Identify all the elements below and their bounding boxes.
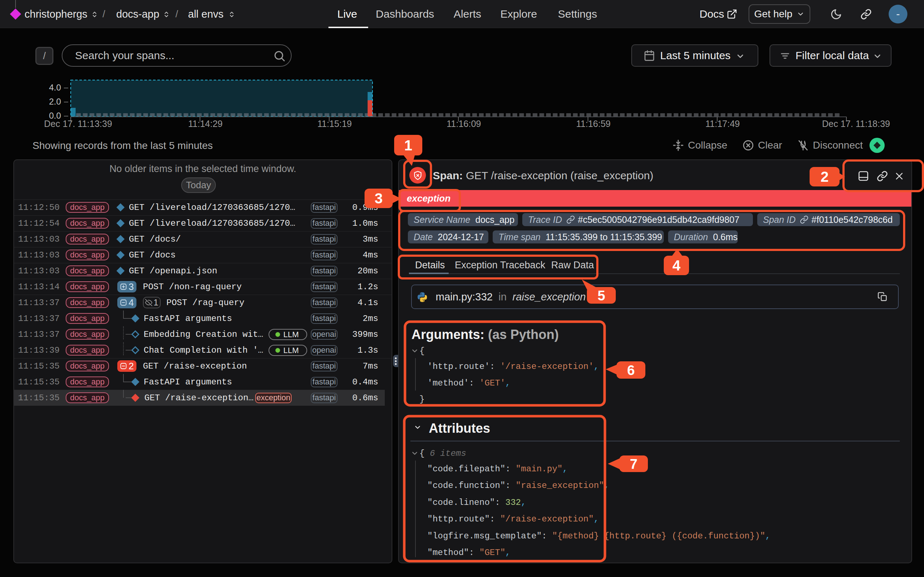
svg-text:7: 7 xyxy=(630,456,637,472)
svg-text:3: 3 xyxy=(375,190,383,206)
svg-text:2: 2 xyxy=(821,169,828,185)
svg-text:6: 6 xyxy=(627,363,635,378)
svg-text:1: 1 xyxy=(404,137,412,153)
svg-text:4: 4 xyxy=(672,258,681,273)
svg-text:5: 5 xyxy=(597,288,605,303)
